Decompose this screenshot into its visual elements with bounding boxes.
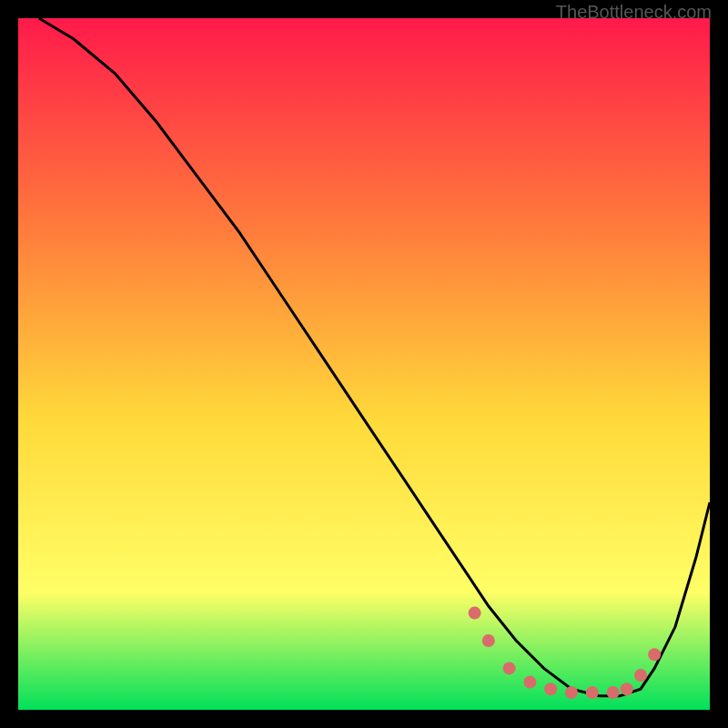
- chart-svg: [18, 18, 710, 710]
- highlight-dot: [565, 686, 578, 699]
- highlight-dot: [469, 607, 481, 620]
- highlight-dot: [634, 669, 647, 682]
- highlight-dot: [621, 682, 633, 695]
- highlight-dot: [482, 634, 495, 647]
- highlight-dot: [586, 686, 599, 699]
- highlight-dot: [607, 686, 620, 699]
- highlight-dot: [544, 682, 557, 695]
- highlight-dot: [648, 648, 661, 661]
- attribution-text: TheBottleneck.com: [556, 2, 712, 23]
- highlight-dot: [503, 662, 516, 674]
- chart-plot-area: [18, 18, 710, 710]
- chart-frame: TheBottleneck.com: [0, 0, 728, 728]
- highlight-dot: [523, 676, 536, 689]
- gradient-background: [18, 18, 710, 710]
